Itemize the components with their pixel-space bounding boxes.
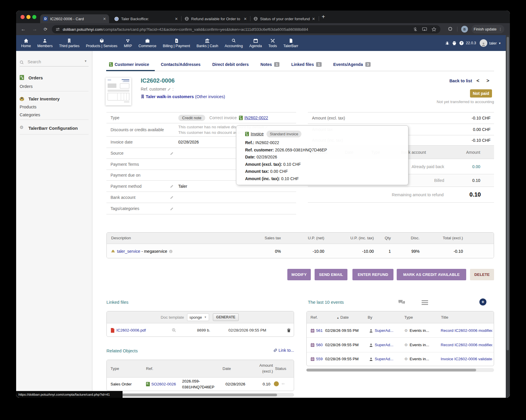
close-tab-icon[interactable]: ✕ [244, 17, 247, 21]
search-dropdown-icon[interactable]: ▼ [84, 59, 87, 63]
tab-events-agenda[interactable]: Events/Agenda3 [333, 62, 371, 67]
correct-invoice-link[interactable]: IN2602-0022 [244, 115, 268, 120]
delete-button[interactable]: DELETE [470, 269, 494, 280]
kebab-menu-icon[interactable]: ⋮ [499, 27, 502, 31]
sidebar-link-orders[interactable]: Orders [20, 84, 33, 89]
bug-icon[interactable] [445, 41, 449, 45]
finish-update-button[interactable]: Finish update⋮ [471, 25, 504, 33]
nav-talerbarr[interactable]: TalerBarr [280, 35, 301, 51]
event-ref-link[interactable]: 559 [316, 357, 323, 361]
nav-mrp[interactable]: MRP [121, 35, 135, 51]
chat-icon[interactable] [398, 299, 405, 305]
zoom-window-button[interactable] [32, 15, 36, 19]
tab-linked-files[interactable]: Linked files1 [291, 62, 321, 67]
link-to-link[interactable]: Link to... [239, 348, 294, 353]
enter-refund-button[interactable]: ENTER REFUND [352, 269, 393, 280]
back-icon[interactable]: ← [21, 26, 26, 32]
sidebar-link-products[interactable]: Products [20, 105, 36, 109]
sidebar-section-inventory[interactable]: Taler Inventory [28, 96, 60, 101]
sidebar-link-categories[interactable]: Categories [20, 112, 40, 117]
tab-taler-backoffice[interactable]: Taler Backoffice: ✕ [111, 14, 181, 23]
page-scrollbar[interactable] [506, 35, 510, 398]
nav-products-services[interactable]: Products | Services [83, 35, 121, 51]
tab-order-status[interactable]: Status of your order forrefund ✕ [251, 14, 318, 23]
preview-icon[interactable] [172, 328, 176, 332]
user-avatar[interactable] [480, 39, 487, 47]
help-icon[interactable]: ? [459, 41, 464, 45]
related-scrollbar[interactable] [106, 393, 294, 397]
forward-icon[interactable]: → [32, 26, 37, 32]
mark-credit-button[interactable]: MARK AS CREDIT AVAILABLE [397, 269, 466, 280]
edit-pencil-icon[interactable] [170, 151, 174, 155]
file-link[interactable]: IC2602-0006.pdf [116, 328, 146, 332]
event-by-link[interactable]: SuperAd... [375, 343, 393, 347]
sidebar-section-orders[interactable]: Orders [28, 75, 43, 80]
event-row: 560 02/28/26 09:55 PM SuperAd... ⚙ Event… [307, 338, 494, 352]
prev-record-button[interactable]: < [476, 78, 479, 84]
tab-contacts[interactable]: Contacts/Addresses [161, 62, 200, 67]
tab-refund-available[interactable]: Refund available for Order to ✕ [182, 14, 250, 23]
next-record-button[interactable]: > [486, 78, 489, 84]
modify-button[interactable]: MODIFY [287, 269, 311, 280]
dolibarr-favicon: D [43, 16, 48, 21]
events-scrollbar[interactable] [306, 368, 494, 372]
trash-icon[interactable] [287, 328, 291, 332]
new-tab-button[interactable]: + [322, 13, 325, 20]
tab-direct-debit[interactable]: Direct debit orders [212, 62, 249, 67]
site-settings-icon[interactable] [56, 27, 60, 31]
profile-avatar[interactable]: B [461, 26, 468, 33]
close-tab-icon[interactable]: ✕ [175, 17, 178, 21]
product-link[interactable]: taler_service [117, 249, 140, 254]
send-email-button[interactable]: SEND EMAIL [315, 269, 347, 280]
bookmark-star-icon[interactable] [432, 27, 436, 32]
unlink-icon[interactable] [281, 382, 285, 385]
sidebar-section-config[interactable]: TalerBarr Configuration [28, 126, 78, 131]
printer-icon[interactable] [452, 41, 457, 45]
event-title-link[interactable]: Record IC2602-0006 modified [441, 343, 492, 347]
add-event-button[interactable]: + [479, 298, 486, 305]
reload-icon[interactable]: ⟳ [44, 27, 47, 32]
nav-billing-payment[interactable]: $Billing | Payment [160, 35, 193, 51]
user-menu[interactable]: taler [489, 41, 497, 45]
event-ref-link[interactable]: 560 [316, 343, 323, 347]
nav-third-parties[interactable]: Third parties [56, 35, 82, 51]
mic-off-icon[interactable] [413, 27, 418, 32]
nav-commerce[interactable]: Commerce [135, 35, 160, 51]
edit-pencil-icon[interactable] [170, 207, 174, 211]
address-bar[interactable]: dolibarr.potuzhnyi.com/compta/facture/ca… [52, 25, 440, 33]
close-tab-icon[interactable]: ✕ [103, 17, 106, 21]
back-to-list-link[interactable]: Back to list [425, 78, 472, 83]
tab-customer-invoice[interactable]: $Customer invoice [109, 62, 149, 67]
event-ref-link[interactable]: 561 [316, 328, 323, 333]
user-icon [369, 329, 373, 333]
event-title-link[interactable]: Invoice IC2602-0006 validated [441, 357, 492, 361]
event-by-link[interactable]: SuperAd... [375, 328, 393, 333]
list-view-icon[interactable] [422, 300, 428, 305]
nav-tools[interactable]: Tools [265, 35, 280, 51]
nav-accounting[interactable]: Accounting [221, 35, 246, 51]
status-badge: Not paid [470, 89, 492, 98]
tab-notes[interactable]: Notes1 [260, 62, 279, 67]
invoice-thumbnail[interactable] [106, 78, 131, 105]
event-by-link[interactable]: SuperAd... [375, 357, 393, 361]
edit-pencil-icon[interactable] [170, 184, 174, 188]
search-input[interactable]: Search [28, 59, 41, 64]
minimize-window-button[interactable] [26, 15, 30, 19]
related-ref-link[interactable]: SO2602-0026 [151, 382, 176, 386]
edit-pencil-icon[interactable] [167, 87, 171, 91]
edit-pencil-icon[interactable] [170, 195, 174, 199]
event-title-link[interactable]: Record IC2602-0006 modified [441, 328, 492, 333]
thirdparty-link[interactable]: Taler walk-in customers [146, 94, 194, 99]
close-tab-icon[interactable]: ✕ [312, 17, 315, 21]
extensions-icon[interactable] [448, 27, 453, 32]
doc-template-select[interactable]: sponge▼ [187, 313, 209, 321]
close-window-button[interactable] [21, 15, 25, 19]
nav-home[interactable]: Home [18, 35, 34, 51]
cast-icon[interactable] [422, 27, 427, 31]
nav-members[interactable]: Members [34, 35, 56, 51]
nav-agenda[interactable]: Agenda [246, 35, 265, 51]
nav-banks-cash[interactable]: Banks | Cash [193, 35, 221, 51]
tab-dolibarr-card[interactable]: D IC2602-0006 - Card ✕ [40, 14, 109, 23]
other-invoices-link[interactable]: (Other invoices) [195, 94, 225, 99]
generate-button[interactable]: GENERATE [213, 313, 239, 321]
